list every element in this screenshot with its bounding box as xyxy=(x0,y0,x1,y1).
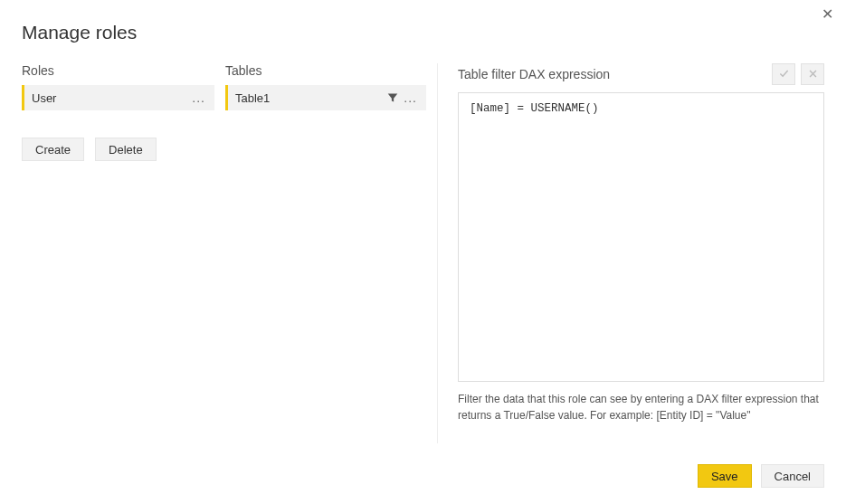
roles-column: Roles User ... Create Delete xyxy=(22,63,225,443)
dax-help-text: Filter the data that this role can see b… xyxy=(458,391,824,423)
x-icon xyxy=(808,66,818,82)
dax-expression-input[interactable]: [Name] = USERNAME() xyxy=(458,92,824,382)
table-item-menu-icon[interactable]: ... xyxy=(400,90,421,105)
dialog-footer: Save Cancel xyxy=(698,464,824,488)
tables-column: Tables Table1 ... xyxy=(225,63,438,443)
save-button[interactable]: Save xyxy=(698,464,752,488)
delete-button[interactable]: Delete xyxy=(95,138,157,161)
cancel-button[interactable]: Cancel xyxy=(761,464,824,488)
dax-heading-row: Table filter DAX expression xyxy=(458,63,824,85)
revert-button[interactable] xyxy=(801,63,824,85)
roles-heading: Roles xyxy=(22,63,225,78)
dax-column: Table filter DAX expression [Name] = USE… xyxy=(438,63,824,443)
dialog-title: Manage roles xyxy=(0,0,846,63)
role-item[interactable]: User ... xyxy=(22,85,214,110)
verify-button[interactable] xyxy=(772,63,795,85)
tables-heading: Tables xyxy=(225,63,437,78)
table-item[interactable]: Table1 ... xyxy=(225,85,426,110)
table-item-label: Table1 xyxy=(235,91,387,105)
check-icon xyxy=(779,66,789,82)
close-icon[interactable]: ✕ xyxy=(822,7,833,22)
role-item-menu-icon[interactable]: ... xyxy=(188,90,209,105)
filter-icon xyxy=(387,92,398,103)
role-buttons: Create Delete xyxy=(22,138,225,161)
role-item-label: User xyxy=(32,91,188,105)
create-button[interactable]: Create xyxy=(22,138,84,161)
columns: Roles User ... Create Delete Tables Tabl… xyxy=(0,63,846,443)
dax-heading: Table filter DAX expression xyxy=(458,67,766,81)
